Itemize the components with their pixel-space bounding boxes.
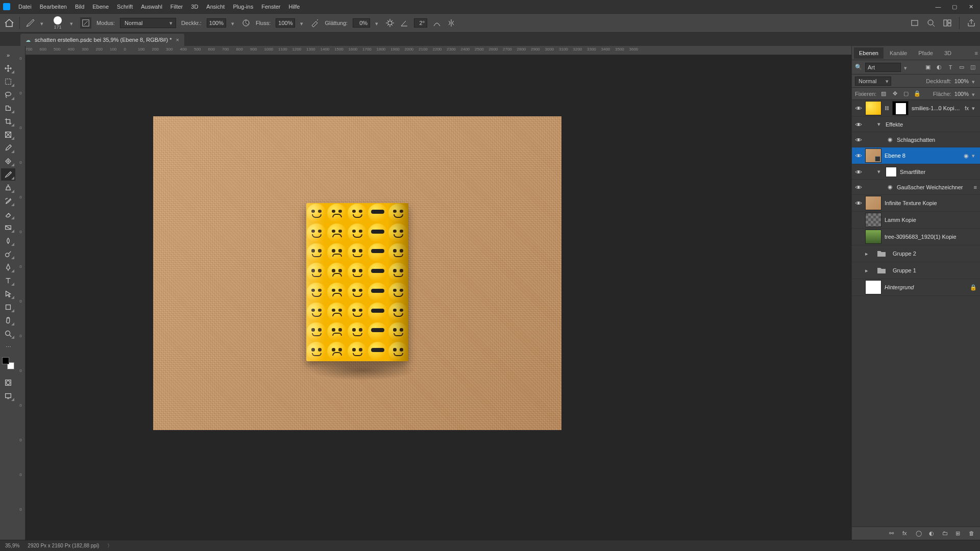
tab-layers[interactable]: Ebenen: [854, 47, 884, 59]
visibility-toggle[interactable]: [855, 168, 862, 176]
visibility-toggle[interactable]: [855, 136, 862, 143]
visibility-toggle[interactable]: [855, 216, 862, 223]
layer-row[interactable]: ▾Smartfilter: [852, 164, 980, 180]
zoom-tool[interactable]: [1, 328, 15, 340]
layer-thumbnail[interactable]: [865, 213, 881, 227]
layer-name[interactable]: Gruppe 1: [893, 267, 977, 273]
chevron-right-icon[interactable]: ▸: [865, 251, 870, 257]
tool-icon-brush[interactable]: [25, 18, 35, 28]
visibility-toggle[interactable]: [855, 105, 862, 112]
layer-row[interactable]: tree-3095683_1920(1) Kopie: [852, 229, 980, 245]
crop-tool[interactable]: [1, 115, 15, 128]
visibility-toggle[interactable]: [855, 233, 862, 240]
hand-tool[interactable]: [1, 314, 15, 327]
filter-adjust-icon[interactable]: ◐: [935, 63, 943, 71]
layer-row[interactable]: ⛓smilies-1...0 Kopie 2fx▾: [852, 100, 980, 117]
flow-value-input[interactable]: 100%: [276, 18, 295, 28]
color-swatches[interactable]: [2, 357, 14, 369]
layer-mask-icon[interactable]: ◯: [916, 530, 923, 537]
layer-name[interactable]: Gruppe 2: [893, 251, 977, 257]
close-tab-icon[interactable]: ×: [176, 37, 179, 43]
lock-pixels-icon[interactable]: ▨: [879, 90, 888, 98]
layer-row[interactable]: Infinite Texture Kopie: [852, 195, 980, 212]
link-layers-icon[interactable]: ⚯: [889, 530, 896, 537]
layer-name[interactable]: tree-3095683_1920(1) Kopie: [885, 234, 977, 240]
layer-thumbnail[interactable]: [865, 148, 881, 163]
layer-name[interactable]: smilies-1...0 Kopie 2: [912, 105, 962, 111]
layer-row[interactable]: Hintergrund🔒: [852, 279, 980, 296]
tab-3d[interactable]: 3D: [939, 47, 957, 59]
canvas-area[interactable]: 7006005004003002001000100200300400500600…: [26, 46, 851, 540]
symmetry-icon[interactable]: [447, 18, 456, 28]
history-brush-tool[interactable]: [1, 195, 15, 207]
menu-3d[interactable]: 3D: [187, 2, 202, 12]
angle-value-input[interactable]: 2°: [414, 18, 427, 28]
effect-toggle-icon[interactable]: ◉: [887, 184, 894, 190]
tab-paths[interactable]: Pfade: [913, 47, 938, 59]
visibility-toggle[interactable]: [855, 184, 862, 191]
visibility-toggle[interactable]: [855, 250, 862, 257]
pressure-size-icon[interactable]: [432, 18, 442, 28]
tab-channels[interactable]: Kanäle: [885, 47, 912, 59]
artboard[interactable]: [153, 116, 561, 430]
layer-list[interactable]: ⛓smilies-1...0 Kopie 2fx▾▾Effekte◉Schlag…: [852, 100, 980, 527]
layer-style-icon[interactable]: fx: [902, 530, 910, 537]
zoom-level[interactable]: 35,9%: [5, 543, 19, 548]
workspace-icon[interactable]: [943, 18, 952, 28]
dodge-tool[interactable]: [1, 248, 15, 260]
lasso-tool[interactable]: [1, 89, 15, 101]
chevron-down-icon[interactable]: ▾: [972, 79, 977, 84]
layer-row[interactable]: ▾Effekte: [852, 117, 980, 132]
filter-smart-icon[interactable]: ◫: [969, 63, 977, 71]
layer-filter-input[interactable]: [865, 63, 901, 72]
chevron-down-icon[interactable]: ▾: [972, 153, 977, 159]
smoothing-value-input[interactable]: 0%: [353, 18, 370, 28]
chevron-down-icon[interactable]: ▾: [70, 20, 75, 26]
visibility-toggle[interactable]: [855, 152, 862, 159]
brush-tool[interactable]: [1, 168, 15, 181]
edit-toolbar-icon[interactable]: ⋯: [1, 341, 15, 353]
type-tool[interactable]: [1, 274, 15, 287]
gradient-tool[interactable]: [1, 221, 15, 234]
visibility-toggle[interactable]: [855, 199, 862, 207]
expand-tools-icon[interactable]: »: [1, 49, 15, 61]
frame-tool[interactable]: [1, 129, 15, 141]
lock-icon[interactable]: 🔒: [970, 284, 977, 291]
chevron-down-icon[interactable]: ▾: [300, 20, 305, 26]
brush-preset-picker[interactable]: 171: [51, 16, 65, 30]
chevron-down-icon[interactable]: ▾: [375, 20, 380, 26]
chevron-down-icon[interactable]: ▾: [40, 20, 45, 26]
layer-thumbnail[interactable]: [865, 280, 881, 294]
lock-all-icon[interactable]: 🔒: [913, 90, 921, 98]
layer-row[interactable]: ◉Schlagschatten: [852, 132, 980, 147]
new-layer-icon[interactable]: ⊞: [955, 530, 963, 537]
path-selection-tool[interactable]: [1, 288, 15, 300]
layer-name[interactable]: Hintergrund: [885, 284, 967, 290]
layer-name[interactable]: Gaußscher Weichzeichner: [897, 184, 971, 190]
layer-name[interactable]: Infinite Texture Kopie: [885, 200, 977, 206]
filter-type-icon[interactable]: T: [946, 63, 954, 71]
layer-thumbnail[interactable]: [865, 196, 881, 210]
chevron-down-icon[interactable]: ▾: [972, 105, 977, 112]
chevron-down-icon[interactable]: ▾: [877, 168, 883, 175]
menu-ansicht[interactable]: Ansicht: [202, 2, 229, 12]
chevron-down-icon[interactable]: ▾: [904, 65, 909, 70]
menu-auswahl[interactable]: Auswahl: [137, 2, 166, 12]
menu-plug-ins[interactable]: Plug-ins: [229, 2, 257, 12]
menu-filter[interactable]: Filter: [166, 2, 187, 12]
layer-thumbnail[interactable]: [865, 101, 881, 115]
chevron-down-icon[interactable]: ▾: [231, 20, 236, 26]
menu-fenster[interactable]: Fenster: [257, 2, 284, 12]
window-minimize-button[interactable]: —: [932, 2, 944, 11]
layer-name[interactable]: Effekte: [886, 121, 977, 128]
adjustment-layer-icon[interactable]: ◐: [929, 530, 936, 537]
visibility-toggle[interactable]: [855, 121, 862, 128]
marquee-tool[interactable]: [1, 76, 15, 88]
clone-stamp-tool[interactable]: [1, 182, 15, 194]
cloud-docs-icon[interactable]: [910, 18, 919, 28]
layer-row[interactable]: ▸Gruppe 1: [852, 262, 980, 279]
layer-name[interactable]: Ebene 8: [885, 153, 961, 159]
opacity-value-input[interactable]: 100%: [207, 18, 226, 28]
brush-panel-toggle[interactable]: [80, 17, 91, 29]
chevron-right-icon[interactable]: ▸: [865, 267, 870, 274]
